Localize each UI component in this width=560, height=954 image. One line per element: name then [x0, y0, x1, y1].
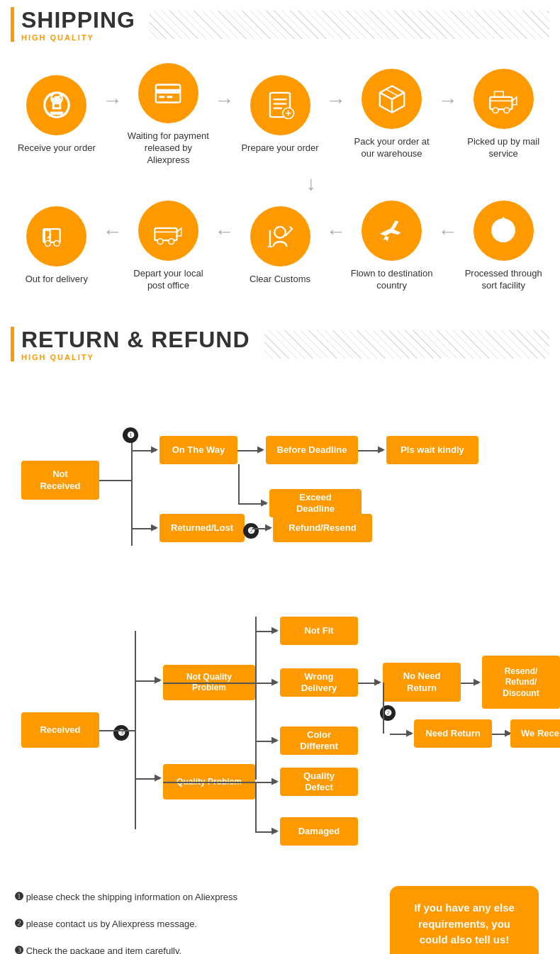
- hatch-decoration-2: [264, 330, 549, 359]
- footnote-2: ❷ please contact us by Aliexpress messag…: [14, 913, 376, 934]
- need-return-box: Need Return: [414, 719, 492, 748]
- step-flown-label: Flown to destination country: [349, 268, 435, 292]
- speech-bubble: If you have any else requirements, you c…: [390, 886, 539, 954]
- vline-items: [255, 617, 257, 780]
- svg-rect-3: [156, 89, 180, 93]
- return-section: Not Received ❶ ▶ On The Way ▶ Before Dea…: [0, 376, 560, 954]
- vline-rcv: [135, 631, 136, 829]
- footnote-list: ❶ please check the shipping information …: [14, 886, 376, 954]
- return-header-bar: [11, 327, 14, 361]
- step-depart: Depart your local post office: [126, 201, 211, 292]
- not-received-flow: Not Received ❶ ▶ On The Way ▶ Before Dea…: [14, 397, 546, 560]
- svg-point-22: [158, 239, 164, 245]
- resend-refund-discount-box: Resend/Refund/Discount: [482, 656, 560, 709]
- step-receive: Receive your order: [14, 75, 99, 155]
- svg-rect-15: [490, 97, 512, 109]
- arrow6: ←: [214, 220, 234, 243]
- exceed-deadline-box: Exceed Deadline: [269, 489, 362, 517]
- svg-point-16: [493, 108, 498, 113]
- quality-defect-box: Quality Defect: [280, 768, 358, 796]
- footnotes-section: ❶ please check the shipping information …: [14, 886, 546, 954]
- footnote-3: ❸ Check the package and item carefully.: [14, 940, 376, 954]
- step-customs: Clear Customs: [237, 206, 323, 286]
- arrow5: ←: [103, 220, 123, 243]
- num-1: ❶: [123, 427, 138, 443]
- step-outdelivery: Out for delivery: [14, 206, 99, 286]
- vline-ed: [238, 464, 240, 503]
- step-processed: Processed through sort facility: [461, 201, 546, 292]
- arr-qp: ▶: [155, 772, 162, 782]
- outdelivery-icon: [26, 206, 86, 266]
- step-pack: Pack your order at our warehouse: [349, 69, 435, 160]
- arr-rl: ▶: [151, 522, 158, 532]
- svg-line-14: [386, 89, 398, 96]
- hline-rcv: [99, 730, 135, 731]
- arr-nr2: ▶: [406, 727, 413, 738]
- pickup-icon: [474, 69, 534, 129]
- refund-resend-box: Refund/Resend: [273, 514, 372, 542]
- damaged-box: Damaged: [280, 817, 358, 846]
- hline-qd-spine: [163, 782, 255, 783]
- no-need-return-box: No Need Return: [383, 663, 461, 702]
- svg-rect-0: [50, 112, 63, 114]
- svg-point-17: [504, 108, 510, 113]
- step-payment: Waiting for payment released by Aliexpre…: [126, 63, 211, 167]
- not-fit-box: Not Fit: [280, 617, 358, 645]
- prepare-icon: [250, 75, 310, 135]
- arr-rrd: ▶: [474, 676, 481, 687]
- arr-pwk: ▶: [378, 444, 385, 454]
- step-pack-label: Pack your order at our warehouse: [349, 136, 435, 160]
- processed-icon: [474, 201, 534, 261]
- arrow4: →: [437, 89, 457, 112]
- arrow8: ←: [437, 220, 457, 243]
- arr-dam: ▶: [271, 825, 279, 836]
- received-flow: Received ❸ ▶ Not QualityProblem ▶ Not Fi…: [14, 581, 546, 879]
- arr-ed: ▶: [261, 497, 268, 507]
- step-flown: Flown to destination country: [349, 201, 435, 292]
- return-title-block: RETURN & REFUND HIGH QUALITY: [21, 327, 250, 361]
- svg-point-20: [54, 240, 60, 246]
- shipping-title: SHIPPING: [21, 7, 135, 33]
- arr-nnr: ▶: [374, 676, 381, 687]
- arr-nf: ▶: [271, 624, 279, 635]
- step-customs-label: Clear Customs: [250, 274, 310, 286]
- num-3: ❸: [113, 725, 129, 741]
- step-pickup-label: Picked up by mail service: [461, 136, 546, 160]
- flown-icon: [362, 201, 422, 261]
- arrow3: →: [326, 89, 346, 112]
- arr-bd: ▶: [257, 444, 264, 454]
- returned-lost-box: Returned/Lost: [159, 514, 245, 542]
- pls-wait-box: Pls wait kindly: [386, 436, 478, 464]
- num-2b: ❷: [243, 523, 259, 539]
- shipping-flow-row1: Receive your order → Waiting for payment…: [0, 56, 560, 174]
- depart-icon: [138, 201, 198, 261]
- return-subtitle: HIGH QUALITY: [21, 353, 250, 361]
- step-processed-label: Processed through sort facility: [461, 268, 546, 292]
- arrow2: →: [214, 89, 234, 112]
- return-header: RETURN & REFUND HIGH QUALITY: [0, 320, 560, 369]
- hline-items-spine: [163, 683, 255, 684]
- step-prepare-label: Prepare your order: [241, 142, 318, 155]
- footnote-1: ❶ please check the shipping information …: [14, 886, 376, 907]
- shipping-subtitle: HIGH QUALITY: [21, 33, 135, 42]
- color-different-box: Color Different: [280, 726, 358, 755]
- shipping-flow-row2: Out for delivery ← Depart your local pos…: [0, 193, 560, 299]
- svg-point-24: [274, 227, 286, 238]
- step-payment-label: Waiting for payment released by Aliexpre…: [126, 130, 211, 167]
- arrow7: ←: [326, 220, 346, 243]
- step-prepare: Prepare your order: [237, 75, 323, 155]
- step-pickup: Picked up by mail service: [461, 69, 546, 160]
- we-received-box: We Received: [510, 719, 560, 748]
- svg-point-19: [45, 240, 50, 246]
- arr-nqp: ▶: [155, 674, 162, 685]
- speech-bubble-container: If you have any else requirements, you c…: [390, 886, 539, 954]
- step-depart-label: Depart your local post office: [126, 268, 211, 292]
- shipping-title-block: SHIPPING HIGH QUALITY: [21, 7, 135, 42]
- header-bar: [11, 7, 14, 42]
- step-outdelivery-label: Out for delivery: [26, 274, 88, 286]
- vline-qd: [255, 782, 257, 831]
- arr-qdef: ▶: [271, 775, 279, 786]
- received-box: Received: [21, 712, 99, 748]
- pack-icon: [362, 69, 422, 129]
- arr-cd: ▶: [271, 734, 279, 745]
